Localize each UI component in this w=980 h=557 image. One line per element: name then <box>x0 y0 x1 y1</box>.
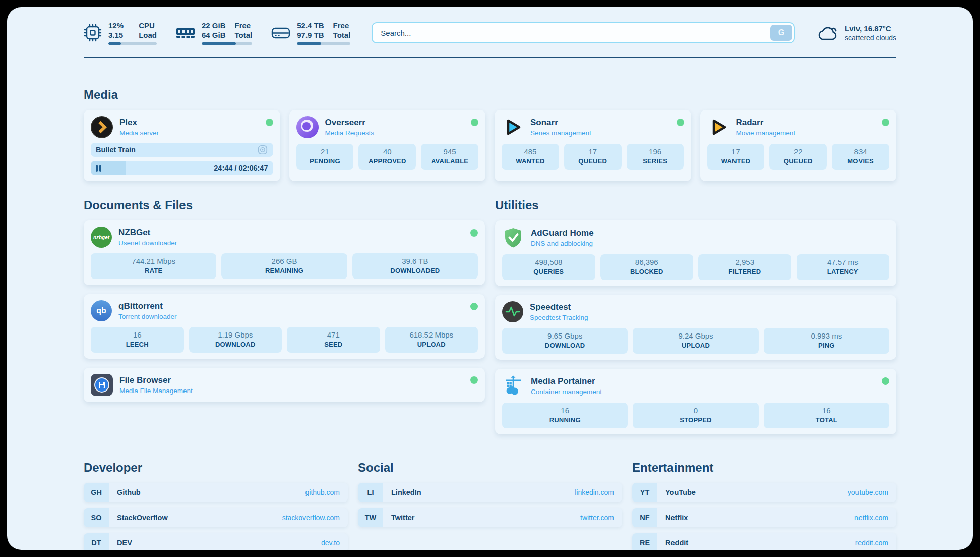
stat-label: LATENCY <box>798 268 889 275</box>
link-url[interactable]: stackoverflow.com <box>282 514 340 522</box>
stat-box: 40 APPROVED <box>358 144 416 170</box>
app-name: Radarr <box>736 118 796 128</box>
link-row-reddit[interactable]: RE Reddit reddit.com <box>632 533 896 550</box>
link-url[interactable]: reddit.com <box>855 539 888 547</box>
link-row-netflix[interactable]: NF Netflix netflix.com <box>632 508 896 527</box>
stat-box: 266 GB REMAINING <box>221 253 347 279</box>
stat-label: TOTAL <box>765 416 888 424</box>
stat-box: 86,396 BLOCKED <box>600 254 694 280</box>
adguard-card[interactable]: AdGuard Home DNS and adblocking 498,508 … <box>495 220 896 286</box>
speedtest-card[interactable]: Speedtest Speedtest Tracking 9.65 Gbps D… <box>495 295 896 360</box>
stat-label: SEED <box>288 341 379 348</box>
sonarr-card[interactable]: Sonarr Series management 485 WANTED 17 Q… <box>495 110 691 181</box>
stat-value: 0.993 ms <box>765 331 888 340</box>
app-name: Sonarr <box>530 118 591 128</box>
playback-progress-row: 24:44 / 02:06:47 <box>91 161 273 175</box>
link-url[interactable]: github.com <box>305 488 340 496</box>
stat-label: UPLOAD <box>634 342 757 349</box>
app-name: NZBGet <box>118 228 177 238</box>
stat-label: DOWNLOAD <box>190 341 281 348</box>
app-subtitle: Container management <box>531 388 602 396</box>
cpu-progress-bar <box>108 42 157 45</box>
stat-value: 744.21 Mbps <box>92 257 215 265</box>
stat-label: BLOCKED <box>601 268 693 275</box>
link-badge: GH <box>84 483 109 502</box>
weather-widget: Lviv, 16.87°C scattered clouds <box>816 24 896 42</box>
link-row-dev[interactable]: DT DEV dev.to <box>84 533 348 550</box>
stat-box: 22 QUEUED <box>769 144 827 170</box>
stat-label: WANTED <box>503 157 558 165</box>
pause-icon[interactable] <box>96 165 101 172</box>
stat-box: 21 PENDING <box>296 144 354 170</box>
stat-box: 196 SERIES <box>627 144 684 170</box>
webcam-icon <box>257 144 268 155</box>
disk-icon <box>271 25 290 40</box>
stat-value: 39.6 TB <box>353 257 477 265</box>
app-name: AdGuard Home <box>531 228 594 238</box>
app-subtitle: Usenet downloader <box>118 239 177 247</box>
utilities-column: Utilities AdGuard <box>495 181 896 434</box>
plex-icon <box>91 116 113 138</box>
cpu-load-label: Load <box>139 30 157 40</box>
link-url[interactable]: dev.to <box>321 539 340 547</box>
app-subtitle: Media Requests <box>325 129 375 137</box>
weather-location: Lviv, 16.87°C <box>845 24 896 33</box>
stat-value: 471 <box>288 330 379 339</box>
nzbget-card[interactable]: nzbget NZBGet Usenet downloader 744.21 M… <box>84 220 485 285</box>
search-engine-button[interactable]: G <box>770 25 792 41</box>
topbar: 12% CPU 3.15 Load <box>84 7 896 45</box>
link-url[interactable]: youtube.com <box>848 488 888 496</box>
app-name: qBittorrent <box>118 301 177 311</box>
link-badge: SO <box>84 508 109 527</box>
stat-box: 17 WANTED <box>707 144 765 170</box>
stat-box: 1.19 Gbps DOWNLOAD <box>189 327 282 353</box>
link-name: StackOverflow <box>117 514 168 522</box>
radarr-card[interactable]: Radarr Movie management 17 WANTED 22 QUE… <box>700 110 897 181</box>
overseerr-card[interactable]: Overseerr Media Requests 21 PENDING 40 A… <box>289 110 486 181</box>
stat-value: 47.57 ms <box>798 258 889 266</box>
filebrowser-card[interactable]: File Browser Media File Management <box>84 368 485 402</box>
link-row-stackoverflow[interactable]: SO StackOverflow stackoverflow.com <box>84 508 348 527</box>
link-row-youtube[interactable]: YT YouTube youtube.com <box>632 483 896 502</box>
link-row-github[interactable]: GH Github github.com <box>84 483 348 502</box>
stat-box: 618.52 Mbps UPLOAD <box>385 327 478 353</box>
link-badge: NF <box>632 508 657 527</box>
stat-value: 266 GB <box>222 257 346 265</box>
link-url[interactable]: netflix.com <box>854 514 888 522</box>
stat-value: 945 <box>422 147 477 156</box>
stat-value: 22 <box>770 147 826 156</box>
filebrowser-icon <box>91 374 113 396</box>
documents-column: Documents & Files nzbget NZBGet Usenet d… <box>84 181 485 402</box>
weather-condition: scattered clouds <box>845 34 896 42</box>
stat-value: 86,396 <box>601 258 693 266</box>
search-bar: G <box>372 22 795 43</box>
stat-label: DOWNLOAD <box>503 342 627 349</box>
ram-progress-bar <box>202 42 252 45</box>
stat-value: 196 <box>628 147 683 156</box>
link-url[interactable]: linkedin.com <box>575 488 614 496</box>
cpu-icon <box>84 24 102 42</box>
link-url[interactable]: twitter.com <box>580 514 614 522</box>
ram-total-label: Total <box>235 30 253 40</box>
stat-box: 9.24 Gbps UPLOAD <box>633 328 758 354</box>
qbittorrent-card[interactable]: qb qBittorrent Torrent downloader 16 LEE… <box>84 294 485 359</box>
app-name: Plex <box>119 118 159 128</box>
app-subtitle: Torrent downloader <box>118 313 177 320</box>
link-row-twitter[interactable]: TW Twitter twitter.com <box>358 508 622 527</box>
stat-label: UPLOAD <box>386 341 477 348</box>
link-row-linkedin[interactable]: LI LinkedIn linkedin.com <box>358 483 622 502</box>
app-subtitle: Series management <box>530 129 591 137</box>
stat-value: 17 <box>708 147 764 156</box>
link-name: Twitter <box>391 514 414 522</box>
stat-label: PING <box>765 342 888 349</box>
portainer-card[interactable]: Media Portainer Container management 16 … <box>495 369 896 434</box>
link-name: Github <box>117 488 141 496</box>
stat-label: FILTERED <box>699 268 790 275</box>
stat-box: 834 MOVIES <box>832 144 889 170</box>
stat-box: 16 LEECH <box>91 327 184 353</box>
ram-free-value: 22 GiB <box>202 21 226 30</box>
search-input[interactable] <box>372 22 795 43</box>
plex-card[interactable]: Plex Media server Bullet Train 24:44 / 0… <box>84 110 280 181</box>
cpu-usage-value: 12% <box>108 21 124 30</box>
cpu-load-value: 3.15 <box>108 30 124 40</box>
